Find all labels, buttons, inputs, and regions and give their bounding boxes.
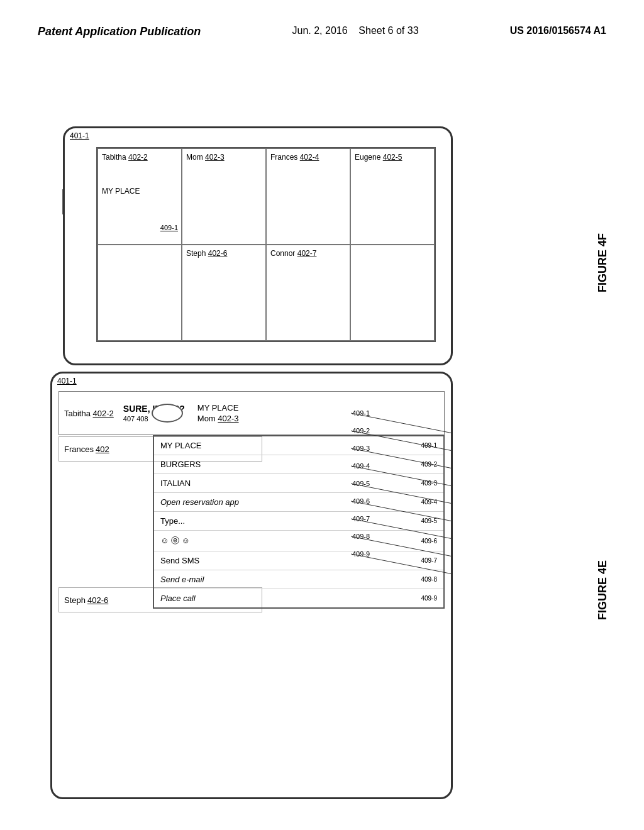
list-item-409-4: Open reservation app 409-4 (154, 493, 443, 512)
header-row-4e: Tabitha 402-2 SURE, IDEAS? 407 408 MY PL… (58, 391, 445, 435)
item-place-call: Place call (160, 594, 196, 603)
list-item-409-7: Send SMS 409-7 (154, 551, 443, 570)
ref-409-2: 409-2 (421, 461, 437, 468)
list-panel-4e: MY PLACE 409-1 BURGERS 409-2 ITALIAN 409… (153, 435, 445, 609)
item-italian: ITALIAN (160, 479, 191, 488)
grid-cell-eugene: Eugene 402-5 (350, 148, 435, 245)
list-item-409-5: Type... 409-5 (154, 512, 443, 531)
myplace-4e-label: MY PLACE (197, 403, 239, 412)
float-ref-409-7: 409-7 (352, 515, 370, 523)
item-type: Type... (160, 516, 185, 526)
publication-title: Patent Application Publication (38, 25, 201, 38)
float-ref-409-1: 409-1 (352, 409, 370, 417)
float-ref-409-2: 409-2 (352, 427, 370, 434)
float-ref-409-9: 409-9 (352, 550, 370, 558)
bubble-407-408 (152, 404, 183, 423)
grid-cell-mom: Mom 402-3 (182, 148, 266, 245)
grid-cell-frances-4f: Frances 402-4 (266, 148, 350, 245)
grid-cell-empty-1 (97, 245, 182, 341)
mom-4e-label: Mom 402-3 (197, 414, 239, 423)
float-ref-409-3: 409-3 (352, 445, 370, 452)
grid-cell-tabitha: Tabitha 402-2 MY PLACE 409-1 (97, 148, 182, 245)
float-ref-409-6: 409-6 (352, 497, 370, 505)
eugene-label: Eugene 402-5 (355, 153, 430, 162)
frances-4f-label: Frances 402-4 (270, 153, 346, 162)
item-myplace: MY PLACE (160, 441, 202, 450)
ref-409-7: 409-7 (421, 557, 437, 564)
patent-number: US 2016/0156574 A1 (510, 25, 606, 36)
page-header: Patent Application Publication Jun. 2, 2… (0, 0, 644, 38)
list-item-409-8: Send e-mail 409-8 (154, 570, 443, 589)
list-item-409-2: BURGERS 409-2 (154, 455, 443, 474)
ref-408: 408 (136, 415, 148, 423)
ref-409-1-4f: 409-1 (160, 224, 178, 231)
tabitha-4e-label: Tabitha 402-2 (64, 409, 114, 418)
steph-4f-label: Steph 402-6 (186, 249, 262, 258)
tabitha-label: Tabitha 402-2 (102, 153, 177, 162)
panel-ref-4f: 401-1 (70, 131, 89, 140)
ref-409-9: 409-9 (421, 595, 437, 602)
grid-cell-empty-2 (350, 245, 435, 341)
ref-407: 407 (123, 415, 135, 423)
item-send-email: Send e-mail (160, 575, 204, 584)
grid-cell-steph-4f: Steph 402-6 (182, 245, 266, 341)
panel-ref-4e: 401-1 (57, 377, 77, 385)
grid-cell-connor: Connor 402-7 (266, 245, 350, 341)
date: Jun. 2, 2016 (292, 25, 348, 36)
item-burgers: BURGERS (160, 460, 201, 469)
float-ref-409-8: 409-8 (352, 533, 370, 540)
connor-label: Connor 402-7 (270, 249, 346, 258)
date-sheet: Jun. 2, 2016 Sheet 6 of 33 (292, 25, 419, 36)
grid-4f: Tabitha 402-2 MY PLACE 409-1 Mom 402-3 F… (96, 147, 436, 342)
item-open-reservation: Open reservation app (160, 497, 239, 507)
list-item-409-6: ☺ ⓔ ☺ 409-6 (154, 531, 443, 551)
mom-label: Mom 402-3 (186, 153, 262, 162)
list-item-409-1: MY PLACE 409-1 (154, 436, 443, 455)
item-send-sms: Send SMS (160, 556, 199, 565)
device-frame-4f: 401-1 Tabitha 402-2 MY PLACE 409-1 Mom 4… (63, 126, 453, 365)
ref-409-5: 409-5 (421, 517, 437, 524)
main-content: Client Device 104-1 401-1 Tabitha 402-2 … (0, 51, 644, 818)
figure-4e-label: FIGURE 4E (596, 560, 609, 620)
myplace-label-4f: MY PLACE (102, 187, 177, 196)
ref-409-8: 409-8 (421, 576, 437, 583)
ref-409-4: 409-4 (421, 499, 437, 506)
item-emoji: ☺ ⓔ ☺ (160, 535, 190, 546)
ref-409-3: 409-3 (421, 480, 437, 487)
list-item-409-9: Place call 409-9 (154, 589, 443, 607)
figure-4f-label: FIGURE 4F (596, 233, 609, 292)
list-item-409-3: ITALIAN 409-3 (154, 474, 443, 493)
ref-409-1: 409-1 (421, 442, 437, 449)
ref-409-6: 409-6 (421, 538, 437, 545)
float-ref-409-4: 409-4 (352, 462, 370, 470)
device-frame-4e: 401-1 Tabitha 402-2 SURE, IDEAS? 407 408… (50, 372, 453, 799)
sheet: Sheet 6 of 33 (358, 25, 418, 36)
float-ref-409-5: 409-5 (352, 480, 370, 487)
